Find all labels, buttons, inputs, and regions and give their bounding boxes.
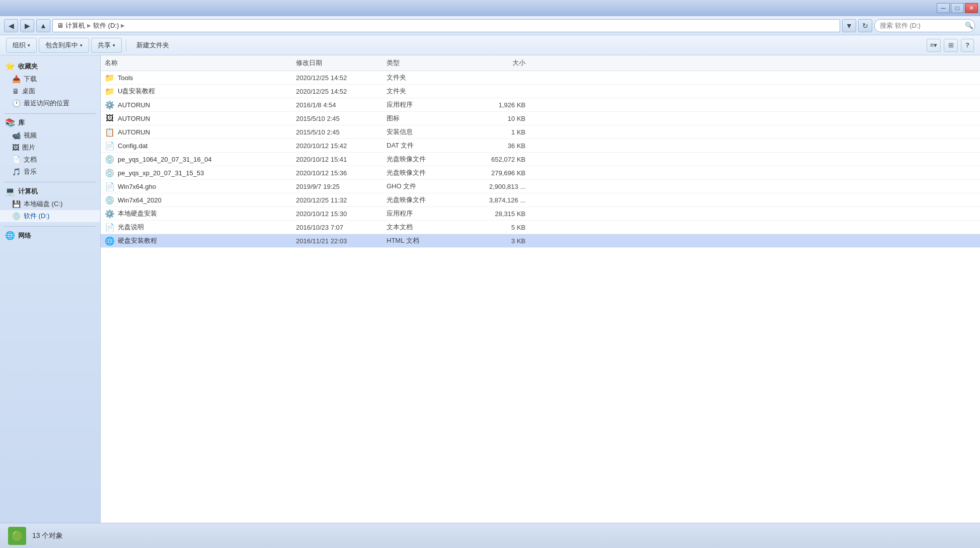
file-type: 光盘映像文件 — [383, 155, 463, 164]
column-name[interactable]: 名称 — [101, 57, 292, 68]
table-row[interactable]: 📄 Win7x64.gho 2019/9/7 19:25 GHO 文件 2,90… — [101, 180, 980, 193]
minimize-button[interactable]: ─ — [937, 3, 950, 13]
file-icon: 📁 — [105, 86, 115, 96]
sidebar-item-recent[interactable]: 🕐 最近访问的位置 — [0, 97, 100, 109]
column-size[interactable]: 大小 — [463, 57, 534, 68]
preview-icon: ⊞ — [948, 41, 954, 49]
search-input[interactable] — [874, 19, 975, 32]
file-name: AUTORUN — [118, 128, 150, 136]
network-icon: 🌐 — [5, 231, 15, 240]
recent-icon: 🕐 — [12, 99, 21, 107]
toolbar: 组织 ▾ 包含到库中 ▾ 共享 ▾ 新建文件夹 ≡ ▾ ⊞ ? — [0, 35, 980, 55]
organize-button[interactable]: 组织 ▾ — [6, 38, 37, 53]
table-row[interactable]: 🌐 硬盘安装教程 2016/11/21 22:03 HTML 文档 3 KB — [101, 234, 980, 248]
sidebar-item-pictures[interactable]: 🖼 图片 — [0, 142, 100, 154]
network-section: 🌐 网络 — [0, 229, 100, 242]
file-type: 图标 — [383, 114, 463, 123]
file-size: 652,072 KB — [463, 156, 534, 163]
sidebar-item-drive-d[interactable]: 💿 软件 (D:) — [0, 210, 100, 222]
share-button[interactable]: 共享 ▾ — [91, 38, 122, 53]
file-icon: 💿 — [105, 195, 115, 205]
file-name: 本地硬盘安装 — [118, 209, 157, 218]
up-button[interactable]: ▲ — [36, 19, 50, 32]
table-row[interactable]: 💿 Win7x64_2020 2020/12/25 11:32 光盘映像文件 3… — [101, 193, 980, 207]
file-date: 2019/9/7 19:25 — [292, 183, 383, 190]
table-row[interactable]: 💿 pe_yqs_1064_20_07_31_16_04 2020/10/12 … — [101, 153, 980, 166]
file-size: 2,900,813 ... — [463, 183, 534, 190]
table-row[interactable]: 📄 Config.dat 2020/10/12 15:42 DAT 文件 36 … — [101, 139, 980, 153]
back-button[interactable]: ◀ — [4, 19, 18, 32]
refresh-button[interactable]: ↻ — [858, 19, 872, 32]
forward-button[interactable]: ▶ — [20, 19, 34, 32]
sidebar-item-music[interactable]: 🎵 音乐 — [0, 166, 100, 178]
sidebar-divider1 — [4, 113, 96, 114]
file-name: pe_yqs_1064_20_07_31_16_04 — [118, 156, 212, 163]
table-row[interactable]: ⚙️ 本地硬盘安装 2020/10/12 15:30 应用程序 28,315 K… — [101, 207, 980, 221]
file-icon: 📄 — [105, 222, 115, 232]
file-icon: 📄 — [105, 181, 115, 191]
search-button[interactable]: 🔍 — [962, 19, 976, 32]
sidebar-item-video[interactable]: 📹 视频 — [0, 129, 100, 142]
toolbar-right: ≡ ▾ ⊞ ? — [927, 39, 974, 52]
status-text: 13 个对象 — [32, 531, 63, 540]
column-date[interactable]: 修改日期 — [292, 57, 383, 68]
file-name: Config.dat — [118, 142, 147, 150]
organize-arrow: ▾ — [28, 43, 30, 48]
breadcrumb-dropdown[interactable]: ▼ — [842, 19, 856, 32]
view-arrow: ▾ — [934, 41, 937, 49]
file-icon: 🖼 — [105, 113, 115, 123]
preview-button[interactable]: ⊞ — [944, 39, 958, 52]
file-type: GHO 文件 — [383, 182, 463, 191]
table-row[interactable]: 📁 Tools 2020/12/25 14:52 文件夹 — [101, 71, 980, 85]
view-button[interactable]: ≡ ▾ — [927, 39, 941, 52]
help-button[interactable]: ? — [961, 39, 974, 52]
table-row[interactable]: 📁 U盘安装教程 2020/12/25 14:52 文件夹 — [101, 85, 980, 98]
file-name: Tools — [118, 74, 133, 82]
file-name: Win7x64.gho — [118, 183, 156, 190]
file-type: 光盘映像文件 — [383, 168, 463, 177]
file-size: 1 KB — [463, 128, 534, 136]
file-icon: 📋 — [105, 127, 115, 137]
documents-icon: 📄 — [12, 156, 21, 164]
file-type: 安装信息 — [383, 127, 463, 136]
sidebar-divider2 — [4, 182, 96, 182]
favorites-header: ⭐ 收藏夹 — [0, 59, 100, 73]
libraries-icon: 📚 — [5, 118, 15, 127]
table-row[interactable]: 🖼 AUTORUN 2015/5/10 2:45 图标 10 KB — [101, 112, 980, 125]
file-size: 3,874,126 ... — [463, 196, 534, 204]
sidebar-item-documents[interactable]: 📄 文档 — [0, 154, 100, 166]
file-type: 光盘映像文件 — [383, 195, 463, 204]
sidebar-item-desktop[interactable]: 🖥 桌面 — [0, 85, 100, 97]
libraries-section: 📚 库 📹 视频 🖼 图片 📄 文档 🎵 音乐 — [0, 116, 100, 178]
file-date: 2020/10/12 15:41 — [292, 156, 383, 163]
file-type: 文件夹 — [383, 87, 463, 96]
libraries-label: 库 — [18, 118, 25, 127]
sidebar-item-downloads[interactable]: 📥 下载 — [0, 73, 100, 85]
file-date: 2020/12/25 11:32 — [292, 196, 383, 204]
sidebar-item-drive-c[interactable]: 💾 本地磁盘 (C:) — [0, 198, 100, 210]
sidebar: ⭐ 收藏夹 📥 下载 🖥 桌面 🕐 最近访问的位置 📚 库 — [0, 55, 101, 523]
video-icon: 📹 — [12, 131, 21, 140]
drive-c-icon: 💾 — [12, 200, 21, 208]
file-size: 279,696 KB — [463, 169, 534, 177]
archive-button[interactable]: 包含到库中 ▾ — [39, 38, 89, 53]
table-row[interactable]: 📋 AUTORUN 2015/5/10 2:45 安装信息 1 KB — [101, 125, 980, 139]
close-button[interactable]: ✕ — [965, 3, 978, 13]
libraries-header: 📚 库 — [0, 116, 100, 129]
table-row[interactable]: 💿 pe_yqs_xp_20_07_31_15_53 2020/10/12 15… — [101, 166, 980, 180]
table-row[interactable]: ⚙️ AUTORUN 2016/1/8 4:54 应用程序 1,926 KB — [101, 98, 980, 112]
file-date: 2020/12/25 14:52 — [292, 88, 383, 95]
filelist-header: 名称 修改日期 类型 大小 — [101, 55, 980, 71]
breadcrumb-sep1: ▶ — [87, 23, 91, 28]
table-row[interactable]: 📄 光盘说明 2016/10/23 7:07 文本文档 5 KB — [101, 221, 980, 234]
maximize-button[interactable]: □ — [951, 3, 964, 13]
new-folder-button[interactable]: 新建文件夹 — [130, 38, 175, 53]
file-name: 硬盘安装教程 — [118, 236, 157, 245]
breadcrumb[interactable]: 🖥 计算机 ▶ 软件 (D:) ▶ — [52, 19, 840, 32]
new-folder-label: 新建文件夹 — [136, 41, 169, 50]
share-label: 共享 — [98, 41, 111, 50]
column-type[interactable]: 类型 — [383, 57, 463, 68]
sidebar-divider3 — [4, 226, 96, 227]
drive-d-icon: 💿 — [12, 212, 21, 220]
breadcrumb-sep2: ▶ — [121, 23, 125, 28]
